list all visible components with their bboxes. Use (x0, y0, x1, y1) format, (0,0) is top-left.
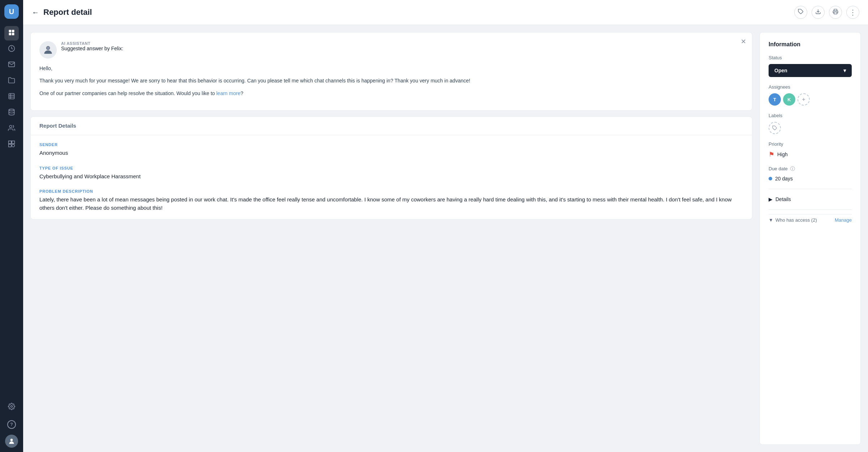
learn-more-link[interactable]: learn more (216, 90, 240, 96)
app-logo[interactable]: U (4, 4, 19, 19)
sidebar-item-people[interactable] (4, 121, 19, 136)
sidebar-item-table[interactable] (4, 90, 19, 104)
assignees-label: Assignees (769, 84, 852, 90)
sender-value: Anonymous (39, 149, 743, 157)
problem-value: Lately, there have been a lot of mean me… (39, 196, 743, 212)
svg-rect-5 (9, 93, 14, 99)
ai-cta: One of our partner companies can help re… (39, 89, 743, 97)
sidebar-item-database[interactable] (4, 106, 19, 120)
assignee-k[interactable]: K (783, 93, 795, 106)
sidebar-bottom: ? (4, 400, 19, 448)
assignees-section: Assignees T K (769, 84, 852, 106)
priority-label: Priority (769, 141, 852, 147)
sender-label: SENDER (39, 142, 743, 147)
svg-rect-2 (9, 33, 12, 35)
svg-rect-11 (9, 141, 12, 144)
svg-point-21 (47, 47, 50, 50)
due-date-label: Due date ⓘ (769, 166, 852, 172)
due-date-section: Due date ⓘ 20 days (769, 166, 852, 182)
back-button[interactable]: ← (32, 9, 39, 16)
priority-row: ⚑ High (769, 150, 852, 158)
priority-section: Priority ⚑ High (769, 141, 852, 158)
due-date-value: 20 days (775, 176, 793, 182)
more-button[interactable]: ⋮ (846, 6, 859, 19)
widgets-icon (8, 140, 15, 149)
header-left: ← Report detail (32, 8, 92, 17)
tag-button[interactable] (794, 6, 807, 19)
header: ← Report detail ⋮ (23, 0, 868, 25)
priority-flag-icon: ⚑ (769, 150, 774, 158)
sidebar: U (0, 0, 23, 452)
database-icon (8, 108, 15, 118)
sidebar-item-widgets[interactable] (4, 137, 19, 152)
status-section: Status Open ▾ (769, 55, 852, 77)
svg-rect-13 (9, 144, 12, 147)
ai-avatar (39, 41, 57, 59)
divider-2 (769, 209, 852, 210)
ai-message: Thank you very much for your message! We… (39, 77, 743, 85)
settings-icon (8, 403, 15, 412)
due-date-row: 20 days (769, 176, 852, 182)
svg-rect-3 (12, 33, 14, 35)
analytics-icon (8, 45, 15, 54)
type-label: TYPE OF ISSUE (39, 166, 743, 170)
tag-icon (798, 9, 804, 16)
status-button[interactable]: Open ▾ (769, 64, 852, 77)
chevron-down-icon: ▾ (843, 68, 846, 73)
report-details-card: Report Details SENDER Anonymous TYPE OF … (30, 116, 752, 219)
chevron-down-icon-2: ▼ (769, 217, 773, 223)
download-button[interactable] (812, 6, 825, 19)
due-date-indicator (769, 177, 772, 180)
ai-info: AI ASSISTANT Suggested answer by Felix: (61, 41, 123, 51)
chevron-right-icon: ▶ (769, 196, 773, 202)
left-panel: AI ASSISTANT Suggested answer by Felix: … (30, 32, 752, 445)
svg-rect-0 (9, 30, 12, 32)
download-icon (815, 9, 821, 16)
close-ai-button[interactable]: ✕ (741, 38, 746, 45)
ai-body: Hello, Thank you very much for your mess… (39, 64, 743, 97)
ai-subtitle: Suggested answer by Felix: (61, 46, 123, 51)
add-assignee-button[interactable] (798, 93, 810, 106)
labels-label: Labels (769, 113, 852, 118)
details-toggle[interactable]: ▶ Details (769, 193, 852, 205)
user-avatar[interactable] (5, 435, 18, 448)
sidebar-item-inbox[interactable] (4, 58, 19, 72)
svg-point-14 (12, 144, 15, 147)
sidebar-item-dashboard[interactable] (4, 26, 19, 40)
svg-point-9 (9, 109, 14, 111)
svg-point-16 (10, 439, 13, 441)
main-content: ← Report detail ⋮ (23, 0, 868, 452)
people-icon (8, 124, 15, 133)
sidebar-item-settings[interactable] (4, 400, 19, 414)
add-label-button[interactable] (769, 122, 781, 134)
more-icon: ⋮ (849, 9, 857, 16)
ai-card-header: AI ASSISTANT Suggested answer by Felix: (39, 41, 743, 59)
assignees-row: T K (769, 93, 852, 106)
type-field: TYPE OF ISSUE Cyberbullying and Workplac… (39, 166, 743, 181)
problem-label: PROBLEM DESCRIPTION (39, 189, 743, 193)
svg-point-10 (9, 125, 12, 128)
print-icon (833, 9, 838, 16)
svg-rect-12 (12, 141, 15, 144)
report-section-title: Report Details (39, 123, 76, 129)
ai-label: AI ASSISTANT (61, 41, 123, 46)
manage-link[interactable]: Manage (835, 217, 852, 223)
due-date-info-icon: ⓘ (790, 166, 795, 171)
sidebar-item-help[interactable]: ? (4, 417, 19, 432)
report-card-header: Report Details (31, 117, 752, 135)
problem-field: PROBLEM DESCRIPTION Lately, there have b… (39, 189, 743, 212)
type-value: Cyberbullying and Workplace Harassment (39, 172, 743, 181)
assignee-t[interactable]: T (769, 93, 781, 106)
svg-point-15 (11, 405, 13, 407)
labels-section: Labels (769, 113, 852, 134)
print-button[interactable] (829, 6, 842, 19)
header-actions: ⋮ (794, 6, 859, 19)
svg-rect-1 (12, 30, 14, 32)
who-has-access-label: Who has access (2) (775, 217, 835, 223)
table-icon (8, 93, 15, 102)
svg-rect-19 (834, 12, 837, 14)
information-panel: Information Status Open ▾ Assignees T K (760, 32, 861, 445)
priority-value: High (777, 152, 788, 157)
sidebar-item-analytics[interactable] (4, 42, 19, 56)
sidebar-item-folder[interactable] (4, 74, 19, 88)
